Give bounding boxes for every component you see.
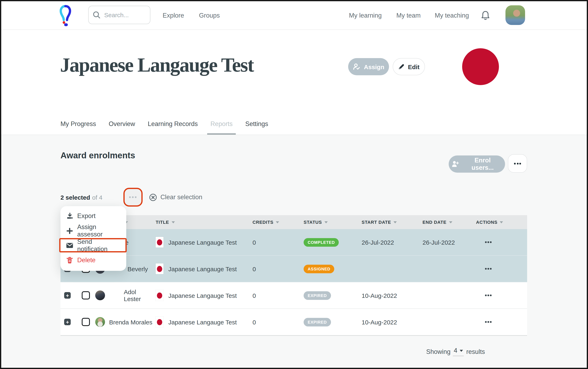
row-checkbox[interactable] xyxy=(82,318,90,326)
enrol-users-button[interactable]: Enrol users... xyxy=(449,155,505,173)
table-row: +Brenda MoralesJapanese Langauge Test0EX… xyxy=(60,309,527,336)
course-title: Japanese Langauge Test xyxy=(168,318,237,325)
top-nav: Search... Explore Groups My learning My … xyxy=(1,1,587,30)
app-window: Search... Explore Groups My learning My … xyxy=(0,0,588,369)
end-date: 26-Jul-2022 xyxy=(419,239,472,246)
download-icon xyxy=(66,213,73,219)
header-start-date-column[interactable]: START DATE xyxy=(358,220,419,225)
header-status-column[interactable]: STATUS xyxy=(298,220,358,225)
edit-button-label: Edit xyxy=(408,63,420,70)
sort-caret-icon xyxy=(500,221,503,223)
chevron-down-icon xyxy=(460,349,463,352)
section-more-actions-button[interactable] xyxy=(508,154,527,173)
header-label: CREDITS xyxy=(253,220,273,225)
credits-value: 0 xyxy=(247,239,298,246)
course-image-japan-flag xyxy=(462,48,499,85)
menu-item-delete[interactable]: Delete xyxy=(60,253,126,267)
menu-item-assign-assessor[interactable]: Assign assessor xyxy=(60,223,126,238)
tab-overview[interactable]: Overview xyxy=(109,119,135,134)
course-title: Japanese Langauge Test xyxy=(168,265,237,272)
credits-value: 0 xyxy=(247,292,298,299)
status-badge: ASSIGNED xyxy=(304,265,334,273)
results-count-select[interactable]: 4 xyxy=(453,347,464,356)
menu-item-label: Send notification xyxy=(77,238,120,253)
plus-icon xyxy=(66,227,73,234)
clear-circle-x-icon xyxy=(149,193,157,201)
nav-link-groups[interactable]: Groups xyxy=(199,1,220,30)
trash-icon xyxy=(66,257,73,264)
search-icon xyxy=(93,11,100,19)
assign-button[interactable]: Assign xyxy=(348,58,389,75)
bulk-actions-menu: ExportAssign assessorSend notificationDe… xyxy=(60,206,126,271)
menu-item-export[interactable]: Export xyxy=(60,209,126,223)
status-badge: COMPLETED xyxy=(304,238,339,246)
expand-row-button[interactable]: + xyxy=(64,292,71,299)
header-actions-column[interactable]: ACTIONS xyxy=(472,220,527,225)
start-date: 10-Aug-2022 xyxy=(358,318,419,325)
table-row: +BeverlyJapanese Langauge Test0ASSIGNED xyxy=(60,256,527,282)
ellipsis-icon xyxy=(485,268,491,270)
course-tabs: My ProgressOverviewLearning RecordsRepor… xyxy=(60,119,268,134)
tab-my-progress[interactable]: My Progress xyxy=(60,119,96,134)
brand-logo-icon[interactable] xyxy=(59,4,72,27)
header-title-column[interactable]: TITLE xyxy=(154,220,247,225)
enrol-users-button-label: Enrol users... xyxy=(462,157,503,171)
selected-of-total: of 4 xyxy=(92,194,102,201)
header-label: STATUS xyxy=(304,220,322,225)
start-date: 26-Jul-2022 xyxy=(358,239,419,246)
notifications-bell-icon[interactable] xyxy=(480,10,491,21)
sort-caret-icon xyxy=(171,221,175,223)
tab-settings[interactable]: Settings xyxy=(245,119,268,134)
ellipsis-icon xyxy=(485,321,491,323)
header-label: ACTIONS xyxy=(476,220,498,225)
japan-flag-icon xyxy=(156,237,163,247)
ellipsis-icon xyxy=(485,242,491,243)
row-actions-button[interactable] xyxy=(483,266,494,272)
header-credits-column[interactable]: CREDITS xyxy=(247,220,298,225)
ellipsis-icon xyxy=(129,196,137,198)
table-header-row: TITLECREDITSSTATUSSTART DATEEND DATEACTI… xyxy=(60,215,527,229)
sort-caret-icon xyxy=(276,221,279,223)
status-badge: EXPIRED xyxy=(304,291,331,300)
nav-link-my-learning[interactable]: My learning xyxy=(349,1,382,30)
clear-selection-link[interactable]: Clear selection xyxy=(149,193,202,201)
row-user-avatar xyxy=(95,317,105,327)
menu-item-send-notification[interactable]: Send notification xyxy=(60,238,126,253)
table-row: +ClaudeJapanese Langauge Test0COMPLETED2… xyxy=(60,229,527,256)
tab-learning-records[interactable]: Learning Records xyxy=(148,119,198,134)
search-input[interactable]: Search... xyxy=(88,6,150,24)
page-title: Japanese Langauge Test xyxy=(60,53,254,76)
header-end-date-column[interactable]: END DATE xyxy=(419,220,472,225)
tab-reports[interactable]: Reports xyxy=(210,119,233,134)
japan-flag-icon xyxy=(156,264,163,274)
credits-value: 0 xyxy=(247,265,298,272)
person-check-icon xyxy=(353,63,361,70)
nav-link-my-teaching[interactable]: My teaching xyxy=(435,1,469,30)
nav-link-my-team[interactable]: My team xyxy=(396,1,421,30)
results-count-value: 4 xyxy=(454,347,457,354)
row-checkbox[interactable] xyxy=(82,291,90,299)
nav-link-explore[interactable]: Explore xyxy=(163,1,184,30)
section-heading: Award enrolments xyxy=(60,151,135,160)
edit-button[interactable]: Edit xyxy=(393,58,425,75)
person-plus-icon xyxy=(451,160,459,168)
row-actions-button[interactable] xyxy=(483,292,494,299)
japan-flag-icon xyxy=(156,290,163,301)
results-label: results xyxy=(466,348,485,355)
expand-row-button[interactable]: + xyxy=(64,319,71,325)
start-date: 10-Aug-2022 xyxy=(358,292,419,299)
course-hero: Japanese Langauge Test Assign Edit My Pr… xyxy=(1,30,587,135)
row-actions-button[interactable] xyxy=(483,239,494,246)
bulk-actions-button[interactable] xyxy=(123,188,142,207)
search-placeholder: Search... xyxy=(104,11,129,18)
pencil-icon xyxy=(398,63,405,70)
envelope-icon xyxy=(66,242,73,249)
ellipsis-icon xyxy=(485,295,491,296)
menu-item-label: Assign assessor xyxy=(77,223,120,238)
user-name: Brenda Morales xyxy=(108,318,154,325)
user-name: Adol Lester xyxy=(108,288,154,302)
showing-label: Showing xyxy=(426,348,451,355)
user-avatar[interactable] xyxy=(505,5,525,25)
row-actions-button[interactable] xyxy=(483,319,494,325)
assign-button-label: Assign xyxy=(364,63,384,70)
